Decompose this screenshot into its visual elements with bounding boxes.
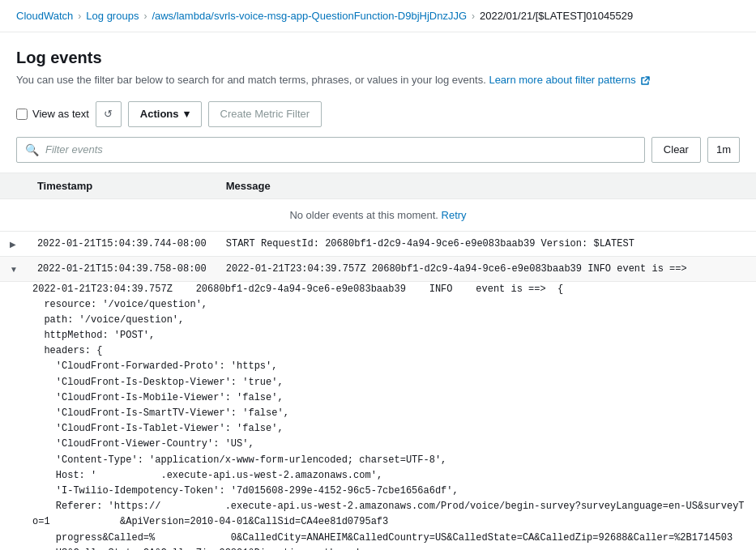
table-row: 2022-01-21T15:04:39.758-08:00 2022-01-21… — [0, 256, 756, 281]
filter-input-wrapper: 🔍 — [16, 137, 645, 163]
log-events-table: Timestamp Message No older events at thi… — [0, 173, 756, 551]
expand-header — [0, 173, 28, 198]
toolbar: View as text ↺ Actions ▾ Create Metric F… — [0, 101, 756, 137]
breadcrumb-function[interactable]: /aws/lambda/svrls-voice-msg-app-Question… — [152, 10, 467, 22]
search-icon: 🔍 — [25, 143, 39, 156]
no-events-text: No older events at this moment. — [289, 209, 438, 221]
breadcrumb-sep-1: › — [78, 11, 81, 22]
message-header: Message — [216, 173, 756, 198]
actions-button[interactable]: Actions ▾ — [128, 101, 202, 127]
timestamp-header: Timestamp — [28, 173, 216, 198]
view-as-text-label[interactable]: View as text — [32, 108, 89, 120]
expand-cell-row2 — [0, 256, 28, 281]
create-metric-filter-button[interactable]: Create Metric Filter — [208, 101, 322, 127]
filter-events-input[interactable] — [45, 143, 636, 156]
expand-cell — [0, 231, 28, 256]
expand-icon-row2[interactable] — [10, 265, 18, 274]
external-link-icon — [640, 76, 650, 86]
clear-button[interactable]: Clear — [651, 137, 701, 163]
breadcrumb-log-groups[interactable]: Log groups — [86, 10, 139, 22]
message-cell-row2: 2022-01-21T23:04:39.757Z 20680bf1-d2c9-4… — [216, 256, 756, 281]
refresh-button[interactable]: ↺ — [96, 101, 122, 127]
expanded-content-row2: 2022-01-21T23:04:39.757Z 20680bf1-d2c9-4… — [0, 281, 756, 550]
view-as-text-wrapper: View as text — [16, 108, 89, 120]
table-header: Timestamp Message — [0, 173, 756, 198]
retry-link[interactable]: Retry — [442, 209, 467, 221]
no-events-cell: No older events at this moment. Retry — [0, 198, 756, 231]
view-as-text-checkbox[interactable] — [16, 109, 28, 120]
table-body: No older events at this moment. Retry 20… — [0, 198, 756, 550]
breadcrumb-current: 2022/01/21/[$LATEST]01045529 — [480, 10, 633, 22]
view-as-text-checkbox-wrapper — [16, 109, 28, 120]
breadcrumb: CloudWatch › Log groups › /aws/lambda/sv… — [0, 0, 756, 32]
breadcrumb-sep-2: › — [143, 11, 147, 22]
page-header: Log events You can use the filter bar be… — [0, 32, 756, 88]
description-text: You can use the filter bar below to sear… — [16, 74, 486, 86]
expanded-content-cell-row2: 2022-01-21T23:04:39.757Z 20680bf1-d2c9-4… — [0, 281, 756, 550]
page-title: Log events — [16, 49, 740, 67]
breadcrumb-cloudwatch[interactable]: CloudWatch — [16, 10, 73, 22]
refresh-icon: ↺ — [104, 108, 113, 120]
actions-label: Actions — [140, 108, 179, 120]
main-content: Log events You can use the filter bar be… — [0, 32, 756, 550]
table-row: 2022-01-21T15:04:39.744-08:00 START Requ… — [0, 231, 756, 256]
filter-bar: 🔍 Clear 1m — [0, 137, 756, 173]
timestamp-cell-row2: 2022-01-21T15:04:39.758-08:00 — [28, 256, 216, 281]
message-cell-row1: START RequestId: 20680bf1-d2c9-4a94-9ce6… — [216, 231, 756, 256]
time-range-button[interactable]: 1m — [707, 137, 740, 163]
breadcrumb-sep-3: › — [472, 11, 475, 22]
expand-icon-row1[interactable] — [10, 240, 16, 249]
actions-dropdown-icon: ▾ — [184, 108, 190, 120]
learn-more-link[interactable]: Learn more about filter patterns — [489, 74, 635, 86]
page-description: You can use the filter bar below to sear… — [16, 72, 740, 88]
timestamp-cell-row1: 2022-01-21T15:04:39.744-08:00 — [28, 231, 216, 256]
no-events-row: No older events at this moment. Retry — [0, 198, 756, 231]
